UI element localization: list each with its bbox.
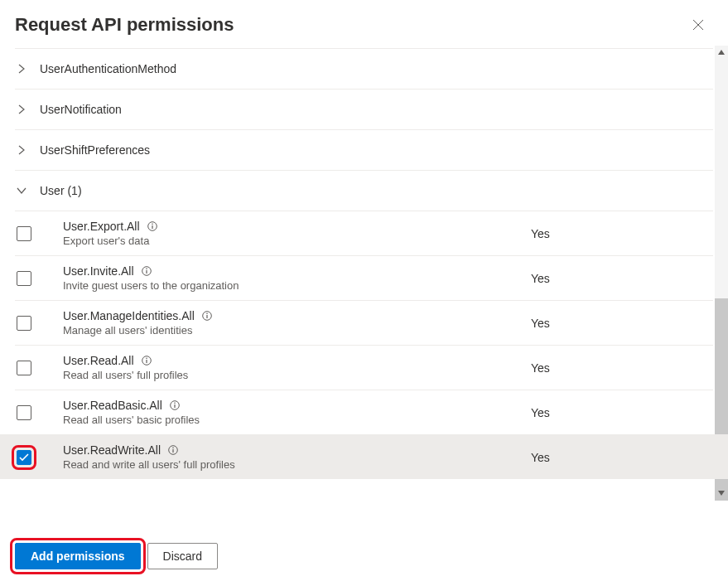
info-icon[interactable] [167, 444, 179, 456]
info-icon[interactable] [169, 399, 181, 411]
svg-point-1 [152, 224, 153, 225]
permission-checkbox[interactable] [17, 450, 31, 465]
permission-checkbox[interactable] [17, 316, 31, 331]
svg-point-13 [174, 403, 176, 404]
permission-row[interactable]: User.Invite.All Invite guest users to th… [15, 255, 713, 300]
svg-point-16 [172, 448, 174, 449]
permission-text: User.ManageIdentities.All Manage all use… [63, 309, 531, 336]
permission-text: User.ReadWrite.All Read and write all us… [63, 443, 531, 471]
category-usershiftpreferences[interactable]: UserShiftPreferences [15, 129, 713, 170]
admin-consent-value: Yes [531, 272, 713, 285]
permission-row[interactable]: User.ManageIdentities.All Manage all use… [15, 300, 713, 345]
permission-checkbox[interactable] [17, 361, 31, 375]
permission-name: User.Invite.All [63, 264, 134, 278]
permission-checkbox[interactable] [17, 405, 31, 420]
close-icon [692, 19, 704, 31]
category-label: UserShiftPreferences [40, 143, 150, 157]
permission-text: User.Invite.All Invite guest users to th… [63, 264, 531, 292]
permission-name: User.ReadBasic.All [63, 399, 162, 412]
permission-name: User.ManageIdentities.All [63, 309, 195, 322]
admin-consent-value: Yes [531, 406, 713, 419]
chevron-down-icon [15, 184, 28, 197]
info-icon[interactable] [147, 220, 158, 232]
permission-name: User.ReadWrite.All [63, 443, 161, 457]
chevron-right-icon [15, 103, 28, 116]
permission-name: User.Read.All [63, 354, 134, 367]
category-label: User (1) [40, 184, 82, 197]
svg-rect-2 [152, 225, 152, 229]
page-title: Request API permissions [15, 14, 234, 36]
admin-consent-value: Yes [531, 361, 713, 375]
permission-description: Read and write all users' full profiles [63, 458, 531, 471]
chevron-right-icon [15, 143, 28, 157]
chevron-right-icon [15, 62, 28, 75]
permission-description: Read all users' basic profiles [63, 414, 531, 426]
category-userauthenticationmethod[interactable]: UserAuthenticationMethod [15, 48, 713, 89]
category-label: UserNotification [40, 103, 122, 116]
permission-text: User.ReadBasic.All Read all users' basic… [63, 399, 531, 426]
svg-rect-5 [146, 270, 147, 274]
category-label: UserAuthenticationMethod [40, 62, 176, 75]
svg-point-10 [146, 358, 147, 360]
add-permissions-button[interactable]: Add permissions [15, 543, 141, 569]
footer: Add permissions Discard [0, 531, 728, 581]
info-icon[interactable] [141, 265, 152, 277]
svg-rect-17 [172, 449, 173, 453]
permission-row[interactable]: User.Export.All Export user's data Yes [15, 211, 713, 255]
admin-consent-value: Yes [531, 317, 713, 330]
close-button[interactable] [685, 12, 711, 38]
permission-description: Manage all users' identities [63, 324, 531, 336]
permission-text: User.Export.All Export user's data [63, 220, 531, 247]
svg-rect-11 [146, 360, 147, 363]
permission-checkbox[interactable] [17, 226, 31, 241]
permission-row[interactable]: User.Read.All Read all users' full profi… [15, 345, 713, 390]
discard-button[interactable]: Discard [147, 543, 218, 569]
check-icon [19, 453, 29, 462]
svg-rect-8 [206, 315, 207, 318]
category-usernotification[interactable]: UserNotification [15, 89, 713, 129]
admin-consent-value: Yes [531, 451, 713, 464]
svg-point-7 [206, 313, 208, 315]
svg-point-4 [146, 269, 147, 270]
permission-row-selected[interactable]: User.ReadWrite.All Read and write all us… [0, 434, 728, 479]
permission-name: User.Export.All [63, 220, 140, 233]
permissions-panel: UserAuthenticationMethod UserNotificatio… [0, 48, 728, 512]
permission-text: User.Read.All Read all users' full profi… [63, 354, 531, 381]
info-icon[interactable] [141, 355, 152, 366]
category-user[interactable]: User (1) [15, 170, 713, 211]
permission-description: Read all users' full profiles [63, 369, 531, 381]
permission-description: Invite guest users to the organization [63, 279, 531, 292]
info-icon[interactable] [201, 310, 213, 322]
svg-rect-14 [174, 404, 175, 408]
permission-row[interactable]: User.ReadBasic.All Read all users' basic… [15, 390, 713, 434]
permission-checkbox[interactable] [17, 271, 31, 286]
admin-consent-value: Yes [531, 227, 713, 240]
permission-description: Export user's data [63, 235, 531, 247]
